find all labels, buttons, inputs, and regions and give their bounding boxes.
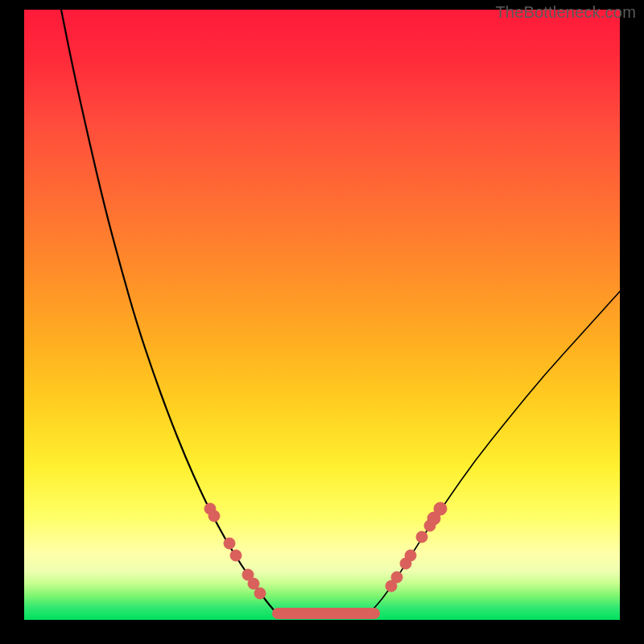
curve-group	[61, 10, 620, 615]
marker-dot	[254, 588, 266, 599]
marker-dot	[434, 502, 447, 515]
marker-dot	[405, 550, 416, 561]
marker-group	[204, 502, 447, 613]
chart-frame: TheBottleneck.com	[0, 0, 644, 644]
chart-overlay	[24, 10, 620, 620]
marker-dot	[208, 510, 220, 522]
marker-dot	[416, 531, 427, 543]
curve-left	[61, 10, 275, 612]
marker-dot	[391, 572, 402, 583]
marker-dot	[224, 538, 235, 549]
marker-dot	[248, 578, 259, 589]
plot-area	[24, 10, 620, 620]
attribution-text: TheBottleneck.com	[495, 3, 636, 22]
marker-dot	[230, 550, 242, 561]
